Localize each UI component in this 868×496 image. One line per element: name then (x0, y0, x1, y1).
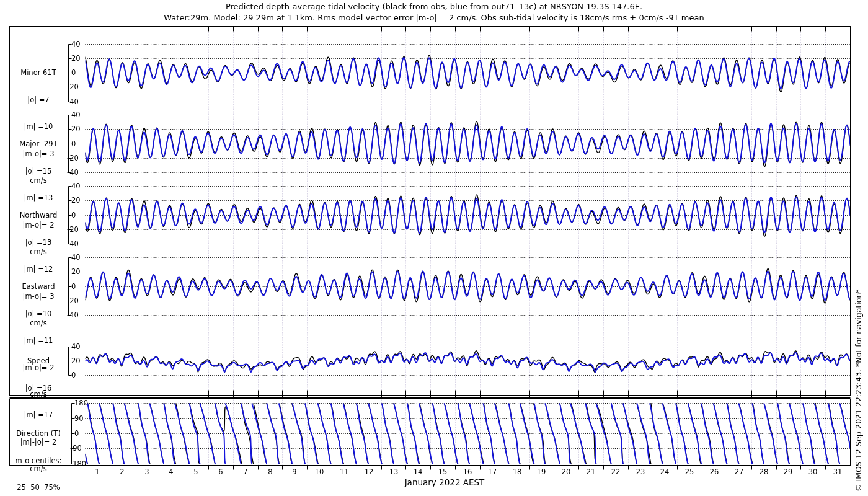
day-tick-label: 1 (88, 467, 107, 476)
day-tick-label: 25 (680, 467, 699, 476)
day-tick-label: 27 (730, 467, 748, 476)
y-tick-label: 40 (71, 343, 81, 350)
figure-page: { "title": { "line1": "Predicted depth-a… (0, 0, 868, 496)
day-tick-label: 11 (335, 467, 353, 476)
day-tick-label: 21 (582, 467, 600, 476)
day-tick-label: 4 (162, 467, 180, 476)
panel-title: Direction (T) (8, 429, 69, 438)
day-tick-label: 20 (557, 467, 575, 476)
y-tick-label: 40 (71, 40, 81, 48)
day-tick-label: 6 (211, 467, 230, 476)
y-tick-label: 0 (71, 140, 76, 148)
y-tick-label: 0 (74, 430, 79, 437)
day-tick-label: 24 (655, 467, 674, 476)
imos-watermark: © IMOS 12-Sep-2021 22:23:43. *Not for na… (854, 289, 863, 492)
panel-label-direction: Direction (T) m-o centiles: 25 50 75% -1… (8, 411, 69, 496)
y-tick-label: -180 (70, 460, 86, 467)
y-tick-label: -20 (67, 154, 79, 162)
y-tick-label: 40 (71, 254, 81, 261)
panel-title: Major -29T (8, 140, 69, 149)
day-tick-label: 30 (804, 467, 822, 476)
y-tick-label: -90 (70, 445, 82, 452)
chart-subtitle: Water:29m. Model: 29 29m at 1 1km. Rms m… (0, 13, 868, 22)
tidal-velocity-chart-canvas (0, 0, 868, 496)
day-tick-label: 29 (779, 467, 797, 476)
panel-centiles-pct: 25 50 75% (8, 483, 69, 492)
panel-centiles-head: m-o centiles: (8, 456, 69, 466)
day-tick-label: 15 (433, 467, 452, 476)
panel-obs-rms: |o| =10 (8, 309, 69, 319)
day-tick-label: 7 (236, 467, 255, 476)
day-tick-label: 9 (285, 467, 304, 476)
y-tick-label: 20 (71, 268, 81, 275)
day-tick-label: 26 (705, 467, 724, 476)
day-tick-label: 23 (631, 467, 650, 476)
y-tick-label: 180 (74, 399, 88, 407)
panel-title: Eastward (8, 282, 69, 291)
panel-obs-rms: |o| =15 (8, 167, 69, 176)
day-tick-label: 3 (138, 467, 156, 476)
panel-title: Speed (8, 356, 69, 366)
y-tick-label: 20 (71, 357, 81, 365)
chart-title: Predicted depth-average tidal velocity (… (0, 2, 868, 11)
y-tick-label: -40 (67, 311, 79, 319)
panel-obs-rms: |o| =7 (8, 95, 69, 105)
y-tick-label: 20 (71, 125, 81, 133)
day-tick-label: 17 (483, 467, 502, 476)
day-tick-label: 22 (606, 467, 625, 476)
y-tick-label: -20 (67, 83, 79, 91)
day-tick-label: 19 (532, 467, 551, 476)
y-tick-label: 20 (71, 197, 81, 204)
day-tick-label: 10 (310, 467, 329, 476)
y-tick-label: 0 (71, 371, 76, 379)
panel-obs-rms: |o| =13 (8, 238, 69, 247)
day-tick-label: 28 (755, 467, 773, 476)
y-tick-label: 0 (71, 211, 76, 219)
day-tick-label: 12 (360, 467, 378, 476)
y-tick-label: 20 (71, 55, 81, 62)
day-tick-label: 13 (384, 467, 403, 476)
x-axis-title: January 2022 AEST (321, 477, 569, 487)
y-tick-label: 40 (71, 111, 81, 118)
y-tick-label: 0 (71, 283, 76, 290)
day-tick-label: 5 (187, 467, 205, 476)
y-tick-label: -40 (67, 240, 79, 247)
day-tick-label: 16 (458, 467, 477, 476)
panel-title: Northward (8, 211, 69, 220)
panel-obs-rms: |o| =16 (8, 384, 69, 393)
y-tick-label: 90 (74, 415, 84, 422)
y-tick-label: -40 (67, 98, 79, 105)
y-tick-label: 0 (71, 69, 76, 76)
day-tick-label: 8 (261, 467, 280, 476)
day-tick-label: 31 (828, 467, 847, 476)
y-tick-label: -20 (67, 226, 79, 233)
panel-title: Minor 61T (8, 68, 69, 78)
day-tick-label: 14 (409, 467, 427, 476)
y-tick-label: -40 (67, 169, 79, 176)
day-tick-label: 18 (508, 467, 526, 476)
y-tick-label: 40 (71, 182, 81, 190)
y-tick-label: -20 (67, 297, 79, 304)
day-tick-label: 2 (113, 467, 131, 476)
